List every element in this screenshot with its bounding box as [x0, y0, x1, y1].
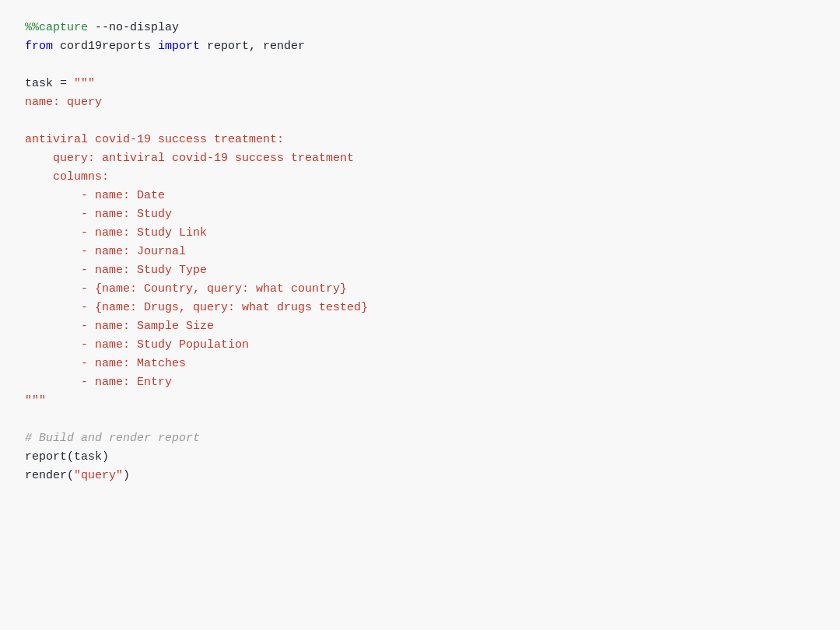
code-line: render("query")	[25, 467, 815, 485]
code-token: task =	[25, 77, 74, 90]
code-token: - name: Study Population	[25, 338, 249, 352]
code-token: query: antiviral covid-19 success treatm…	[25, 152, 354, 165]
code-line: - name: Study	[25, 205, 815, 224]
code-token: - name: Journal	[25, 245, 186, 258]
code-token: "query"	[74, 469, 123, 482]
code-line: - name: Study Link	[25, 224, 815, 243]
code-token: antiviral covid-19 success treatment:	[25, 133, 284, 146]
code-line: - name: Sample Size	[25, 317, 815, 336]
code-token: - name: Study Link	[25, 226, 207, 240]
code-line: - name: Matches	[25, 355, 815, 373]
code-token: - name: Matches	[25, 357, 186, 370]
code-token: - name: Sample Size	[25, 320, 214, 333]
code-line: """	[25, 392, 815, 411]
code-token: """	[25, 394, 46, 408]
code-line: - name: Study Population	[25, 336, 815, 355]
code-line: - name: Journal	[25, 243, 815, 261]
code-token: import	[158, 40, 200, 53]
code-line: - {name: Drugs, query: what drugs tested…	[25, 299, 815, 317]
code-token: cord19reports	[53, 40, 158, 53]
code-token: - name: Study	[25, 208, 172, 221]
code-line: task = """	[25, 75, 815, 93]
code-token: --no-display	[88, 21, 179, 34]
code-token: report, render	[200, 40, 305, 53]
code-token: """	[74, 77, 95, 90]
code-line: name: query	[25, 93, 815, 112]
code-line: - {name: Country, query: what country}	[25, 280, 815, 299]
code-token: from	[25, 40, 53, 53]
code-token: - name: Entry	[25, 376, 172, 389]
code-token: )	[123, 469, 130, 482]
code-token: # Build and render report	[25, 432, 200, 445]
code-token: - {name: Drugs, query: what drugs tested…	[25, 301, 368, 314]
code-token: render(	[25, 469, 74, 482]
code-token: - name: Date	[25, 189, 165, 202]
code-line: antiviral covid-19 success treatment:	[25, 131, 815, 149]
code-token: report(task)	[25, 450, 109, 464]
code-token: - name: Study Type	[25, 264, 207, 277]
code-token: name: query	[25, 96, 102, 109]
code-line: report(task)	[25, 448, 815, 467]
empty-line	[25, 411, 815, 429]
code-line: - name: Study Type	[25, 261, 815, 280]
code-line: %%capture --no-display	[25, 19, 815, 37]
code-token: columns:	[25, 170, 109, 184]
empty-line	[25, 112, 815, 131]
code-token: %%capture	[25, 21, 88, 34]
code-line: - name: Entry	[25, 373, 815, 392]
code-line: columns:	[25, 168, 815, 187]
empty-line	[25, 56, 815, 75]
code-editor: %%capture --no-displayfrom cord19reports…	[0, 0, 840, 630]
code-line: query: antiviral covid-19 success treatm…	[25, 149, 815, 168]
code-line: # Build and render report	[25, 429, 815, 448]
code-token: - {name: Country, query: what country}	[25, 282, 347, 296]
code-line: from cord19reports import report, render	[25, 37, 815, 56]
code-block: %%capture --no-displayfrom cord19reports…	[25, 19, 815, 485]
code-line: - name: Date	[25, 187, 815, 205]
